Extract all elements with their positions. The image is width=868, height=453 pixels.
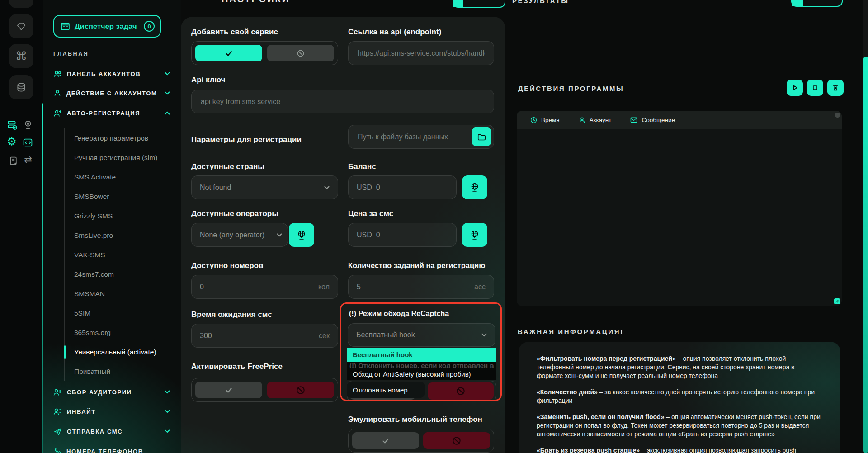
column-header-label: Сообщение — [642, 117, 675, 123]
recaptcha-value: Бесплатный hook — [356, 331, 415, 339]
clock-icon — [530, 117, 537, 123]
page-scrollbar-track[interactable] — [863, 0, 868, 453]
api-key-input[interactable] — [200, 97, 486, 106]
column-header-message[interactable]: Сообщение — [630, 117, 675, 123]
submenu-item[interactable]: SMS Activate — [65, 167, 178, 187]
globe-icon — [296, 230, 307, 241]
sidebar-item-phone-numbers[interactable]: НОМЕРА ТЕЛЕФОНОВ — [53, 445, 170, 453]
sidebar-item-accounts-panel[interactable]: ПАНЕЛЬ АККАУНТОВ — [53, 68, 170, 80]
dropdown-option-selected[interactable]: Бесплатный hook — [347, 348, 496, 362]
toggle-yes-button[interactable] — [195, 45, 262, 61]
submenu-item[interactable]: 5SIM — [65, 303, 178, 323]
stop-button[interactable] — [807, 80, 823, 96]
recaptcha-select[interactable]: Бесплатный hook — [348, 323, 495, 347]
wait-value: 300 — [200, 332, 212, 340]
sidebar-item-label: ИНВАЙТ — [67, 408, 96, 415]
people-icon — [53, 70, 62, 78]
document-check-icon[interactable] — [8, 155, 19, 166]
table-scrollbar[interactable] — [835, 113, 840, 118]
sidebar-item-invite[interactable]: ИНВАЙТ — [53, 406, 170, 417]
sidebar-item-auto-registration[interactable]: АВТО-РЕГИСТРАЦИЯ — [53, 107, 170, 119]
tasks-field[interactable]: 5 acc — [348, 275, 494, 299]
operators-value: None (any operator) — [200, 231, 264, 239]
numbers-label: Доступно номеров — [191, 261, 263, 270]
toggle-yes-button[interactable] — [195, 382, 262, 398]
reset-button-label: Сбросить — [463, 0, 505, 7]
globe-icon — [469, 230, 480, 241]
sms-price-field[interactable]: USD 0 — [348, 223, 457, 247]
command-button[interactable]: ⌘ — [9, 44, 33, 68]
sms-price-refresh-button[interactable] — [462, 223, 487, 247]
api-link-input[interactable] — [357, 49, 486, 58]
db-path-input[interactable] — [357, 132, 468, 142]
info-paragraph-lead: «Брать из резерва push старше» — [537, 447, 640, 453]
countries-select[interactable]: Not found — [191, 175, 338, 199]
submenu-item[interactable]: 365sms.org — [65, 323, 178, 342]
toggle-no-button[interactable] — [423, 432, 490, 449]
column-header-account[interactable]: Аккаунт — [579, 117, 612, 123]
recaptcha-dropdown: Бесплатный hook (!) Отклонить номер, есл… — [347, 348, 496, 380]
toggle-yes-button[interactable] — [352, 432, 419, 449]
submenu-item[interactable]: SMSBower — [65, 187, 178, 206]
submenu-item[interactable]: Генератор параметров — [65, 128, 178, 148]
webcam-icon[interactable] — [23, 119, 33, 130]
submenu-item-active[interactable]: Универсальный (activate) — [65, 342, 178, 362]
hidden-label-ghost: (!) Отклонить номер, если код отправлен … — [347, 362, 496, 368]
database-icon — [16, 82, 27, 93]
block-icon — [296, 385, 306, 395]
auto-registration-submenu: Генератор параметров Ручная регистрация … — [64, 128, 178, 381]
task-manager-button[interactable]: Диспетчер задач 0 — [53, 15, 161, 38]
sidebar-item-audience[interactable]: СБОР АУДИТОРИИ — [53, 386, 170, 398]
info-paragraph-lead: «Заменить push, если он получил flood» — [537, 413, 664, 420]
submenu-item[interactable]: SMSMAN — [65, 284, 178, 303]
info-paragraph: «Количество дней» – за какое количество … — [537, 388, 822, 405]
wait-label: Время ожидания смс — [191, 310, 272, 319]
play-icon — [791, 84, 799, 92]
toggle-no-button[interactable] — [267, 45, 334, 61]
wait-field[interactable]: 300 сек — [191, 324, 338, 348]
submenu-item[interactable]: Grizzly SMS — [65, 206, 178, 226]
operators-refresh-button[interactable] — [289, 223, 314, 247]
submenu-item[interactable]: SmsLive.pro — [65, 226, 178, 245]
delete-button[interactable] — [827, 80, 844, 96]
toggle-no-button[interactable] — [267, 382, 334, 398]
sidebar-item-label: АВТО-РЕГИСТРАЦИЯ — [67, 110, 140, 117]
sidebar-item-send-sms[interactable]: ОТПРАВКА СМС — [53, 425, 170, 437]
balance-refresh-button[interactable] — [462, 175, 487, 199]
person-lines-icon — [53, 407, 62, 416]
rail-top-cut-button[interactable] — [9, 0, 33, 8]
toggle-no-button[interactable] — [428, 382, 494, 400]
api-key-label: Api ключ — [191, 76, 225, 85]
column-header-time[interactable]: Время — [530, 117, 560, 123]
submenu-item[interactable]: Ручная регистрация (sim) — [65, 148, 178, 167]
reset-button[interactable]: Сбросить — [453, 0, 505, 8]
numbers-field[interactable]: 0 кол — [191, 275, 338, 299]
open-button[interactable]: Открыть — [791, 0, 843, 7]
server-check-icon[interactable] — [7, 119, 18, 130]
open-icon — [792, 0, 803, 6]
chevron-down-icon — [324, 186, 330, 189]
browse-file-button[interactable] — [472, 127, 491, 146]
code-window-icon[interactable] — [22, 137, 33, 148]
operators-select[interactable]: None (any operator) — [191, 223, 288, 247]
check-icon — [381, 436, 390, 445]
gem-button[interactable] — [9, 14, 33, 38]
sms-price-value: USD 0 — [357, 231, 380, 239]
database-button[interactable] — [9, 75, 33, 99]
swap-icon[interactable]: ⇄ — [23, 154, 33, 165]
balance-field[interactable]: USD 0 — [348, 175, 457, 199]
bot-gear-icon[interactable]: ⚙ — [6, 136, 17, 147]
submenu-item[interactable]: Приватный — [65, 362, 178, 381]
page-scrollbar-thumb[interactable] — [863, 57, 868, 453]
program-actions-title: ДЕЙСТВИЯ ПРОГРАММЫ — [518, 85, 624, 92]
dropdown-option[interactable]: Отклонить номер — [347, 382, 425, 398]
start-button[interactable] — [787, 80, 803, 96]
submenu-item[interactable]: VAK-SMS — [65, 245, 178, 264]
sidebar-item-account-actions[interactable]: ДЕЙСТВИЕ С АККАУНТОМ — [53, 87, 170, 99]
freeprice-label: Активировать FreePrice — [191, 362, 283, 371]
sidebar-item-label: ОТПРАВКА СМС — [67, 428, 123, 435]
recaptcha-label: (!) Режим обхода ReCaptcha — [349, 310, 449, 318]
submenu-item[interactable]: 24sms7.com — [65, 264, 178, 284]
dropdown-option[interactable]: Обход от AntiSafety (высокий пробив) — [347, 368, 496, 380]
resize-handle-icon[interactable] — [834, 298, 840, 304]
